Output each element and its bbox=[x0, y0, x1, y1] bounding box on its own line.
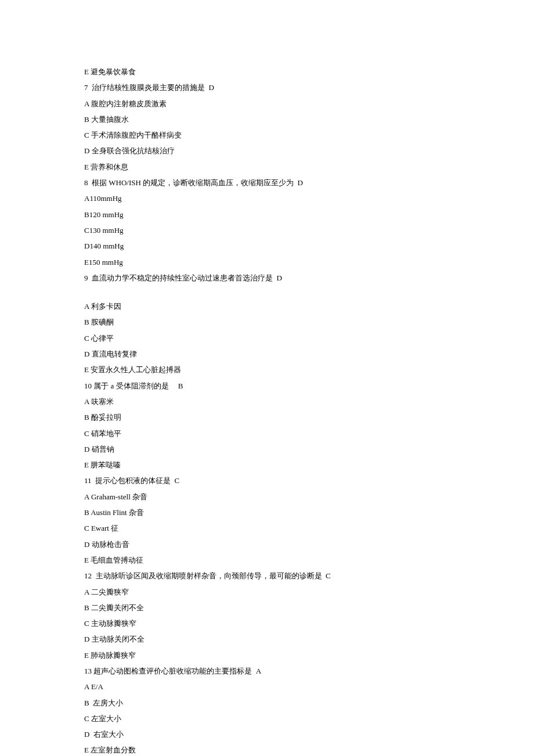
text-line: A E/A bbox=[84, 679, 450, 694]
text-line: E 安置永久性人工心脏起搏器 bbox=[84, 362, 450, 377]
blank-line bbox=[84, 286, 450, 298]
text-line: B120 mmHg bbox=[84, 207, 450, 222]
text-line: A110mmHg bbox=[84, 190, 450, 206]
document-page: E 避免暴饮暴食7 治疗结核性腹膜炎最主要的措施是 DA 腹腔内注射糖皮质激素B… bbox=[0, 0, 534, 756]
text-line: E 毛细血管搏动征 bbox=[84, 552, 450, 568]
text-line: B Austin Flint 杂音 bbox=[84, 505, 450, 520]
text-line: B 酚妥拉明 bbox=[84, 409, 450, 425]
text-line: D 右室大小 bbox=[84, 726, 450, 742]
text-line: 8 根据 WHO/ISH 的规定，诊断收缩期高血压，收缩期应至少为 D bbox=[84, 175, 450, 190]
text-line: 7 治疗结核性腹膜炎最主要的措施是 D bbox=[84, 80, 450, 95]
text-line: D 主动脉关闭不全 bbox=[84, 631, 450, 647]
text-line: B 大量抽腹水 bbox=[84, 111, 450, 127]
text-line: B 左房大小 bbox=[84, 695, 450, 711]
text-line: C 主动脉瓣狭窄 bbox=[84, 615, 450, 631]
text-line: 9 血流动力学不稳定的持续性室心动过速患者首选治疗是 D bbox=[84, 270, 450, 286]
text-line: A 二尖瓣狭窄 bbox=[84, 584, 450, 600]
text-line: A 利多卡因 bbox=[84, 298, 450, 314]
text-line: E 肼苯哒嗪 bbox=[84, 457, 450, 473]
text-line: B 二尖瓣关闭不全 bbox=[84, 600, 450, 615]
text-line: D140 mmHg bbox=[84, 238, 450, 254]
text-line: E 肺动脉瓣狭窄 bbox=[84, 647, 450, 663]
text-line: D 直流电转复律 bbox=[84, 346, 450, 362]
text-line: E 营养和休息 bbox=[84, 159, 450, 175]
text-line: 13 超声心动图检查评价心脏收缩功能的主要指标是 A bbox=[84, 663, 450, 679]
text-line: E150 mmHg bbox=[84, 254, 450, 270]
text-line: 10 属于 a 受体阻滞剂的是 B bbox=[84, 378, 450, 394]
text-line: C 心律平 bbox=[84, 330, 450, 346]
text-line: C 左室大小 bbox=[84, 711, 450, 726]
text-line: E 避免暴饮暴食 bbox=[84, 64, 450, 80]
text-line: D 全身联合强化抗结核治疗 bbox=[84, 143, 450, 159]
text-line: C 硝苯地平 bbox=[84, 426, 450, 441]
text-line: E 左室射血分数 bbox=[84, 742, 450, 756]
text-line: A 腹腔内注射糖皮质激素 bbox=[84, 96, 450, 111]
text-line: C130 mmHg bbox=[84, 222, 450, 238]
text-line: C Ewart 征 bbox=[84, 520, 450, 536]
text-line: D 硝普钠 bbox=[84, 441, 450, 457]
text-line: D 动脉枪击音 bbox=[84, 537, 450, 552]
text-line: A 呋塞米 bbox=[84, 394, 450, 409]
text-line: 11 提示心包积液的体征是 C bbox=[84, 473, 450, 488]
text-line: 12 主动脉听诊区闻及收缩期喷射样杂音，向颈部传导，最可能的诊断是 C bbox=[84, 568, 450, 584]
text-line: C 手术清除腹腔内干酪样病变 bbox=[84, 127, 450, 143]
text-line: B 胺碘酮 bbox=[84, 314, 450, 330]
text-line: A Graham-stell 杂音 bbox=[84, 489, 450, 505]
